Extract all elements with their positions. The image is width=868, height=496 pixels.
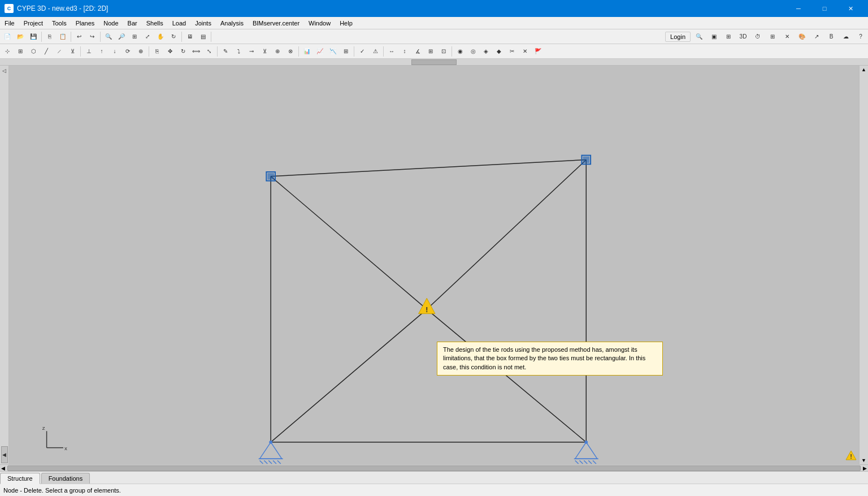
check1-btn[interactable]: ✓: [356, 45, 368, 58]
view1-button[interactable]: ▣: [708, 31, 720, 43]
view-config-button[interactable]: 🖥: [184, 31, 196, 43]
timer-button[interactable]: ⏱: [752, 31, 764, 43]
move-btn[interactable]: ✥: [164, 45, 176, 58]
close-button[interactable]: ✕: [837, 0, 863, 17]
menu-file[interactable]: File: [0, 17, 19, 29]
left-panel-btn[interactable]: ◀: [1, 446, 8, 463]
edit3-btn[interactable]: ⊸: [245, 45, 258, 58]
copy-button[interactable]: ⎘: [44, 31, 56, 43]
bar3-btn[interactable]: ⊻: [66, 45, 79, 58]
dim1-btn[interactable]: ↔: [385, 45, 398, 58]
render-button[interactable]: 🎨: [796, 31, 808, 43]
export-button[interactable]: ↗: [810, 31, 823, 43]
canvas-area[interactable]: !: [9, 66, 859, 464]
grid-button[interactable]: ⊞: [766, 31, 779, 43]
zoom-extents-button[interactable]: ⤢: [141, 31, 154, 43]
save-button[interactable]: 💾: [27, 31, 40, 43]
undo-button[interactable]: ↩: [73, 31, 85, 43]
layer2-btn[interactable]: ◎: [467, 45, 479, 58]
menu-shells[interactable]: Shells: [142, 17, 168, 29]
maximize-button[interactable]: □: [811, 0, 837, 17]
load2-btn[interactable]: ⟳: [121, 45, 134, 58]
collapse-arrow[interactable]: ◁: [1, 67, 7, 75]
node-btn[interactable]: ⬡: [27, 45, 40, 58]
load3-btn[interactable]: ⊕: [134, 45, 147, 58]
select-btn[interactable]: ⊹: [1, 45, 14, 58]
refresh-button[interactable]: ✕: [781, 31, 793, 43]
bar-diag1: [271, 176, 427, 309]
zoom-in-button[interactable]: 🔍: [102, 31, 115, 43]
3d-button[interactable]: 3D: [737, 31, 749, 43]
help2-button[interactable]: ?: [854, 31, 867, 43]
status-text: Node - Delete. Select a group of element…: [3, 487, 121, 494]
menu-bar[interactable]: Bar: [123, 17, 142, 29]
layer1-btn[interactable]: ◉: [454, 45, 466, 58]
edit4-btn[interactable]: ⊻: [258, 45, 271, 58]
edit2-btn[interactable]: ⤵: [232, 45, 245, 58]
login-button[interactable]: Login: [665, 32, 691, 42]
bottom-scrollbar[interactable]: ◀ ▶: [0, 464, 868, 471]
bar-btn[interactable]: ╱: [40, 45, 53, 58]
open-button[interactable]: 📂: [14, 31, 27, 43]
dim5-btn[interactable]: ⊡: [437, 45, 450, 58]
mirror-btn[interactable]: ⟺: [190, 45, 202, 58]
zoom-out-button[interactable]: 🔎: [115, 31, 128, 43]
cloud-button[interactable]: ☁: [840, 31, 852, 43]
menu-help[interactable]: Help: [335, 17, 357, 29]
check2-btn[interactable]: ⚠: [369, 45, 381, 58]
view-mode-button[interactable]: ▤: [197, 31, 209, 43]
layer3-btn[interactable]: ◈: [480, 45, 492, 58]
layer5-btn[interactable]: ✂: [506, 45, 518, 58]
top-scrollbar[interactable]: [0, 59, 868, 66]
search-button[interactable]: 🔍: [693, 31, 705, 43]
support-btn[interactable]: ⊥: [83, 45, 95, 58]
view2-button[interactable]: ⊞: [722, 31, 735, 43]
result1-btn[interactable]: 📊: [301, 45, 313, 58]
menu-load[interactable]: Load: [168, 17, 190, 29]
tab-foundations[interactable]: Foundations: [41, 473, 90, 484]
scroll-down-arrow[interactable]: ▼: [861, 458, 866, 463]
scroll-left-arrow[interactable]: ◀: [1, 465, 5, 471]
menu-project[interactable]: Project: [19, 17, 47, 29]
load-btn[interactable]: ↓: [108, 45, 121, 58]
rotate3-btn[interactable]: ↻: [177, 45, 189, 58]
menu-bimserver[interactable]: BIMserver.center: [248, 17, 304, 29]
menu-analysis[interactable]: Analysis: [216, 17, 248, 29]
dim4-btn[interactable]: ⊞: [424, 45, 437, 58]
select2-btn[interactable]: ⊞: [14, 45, 27, 58]
support2-btn[interactable]: ↑: [96, 45, 108, 58]
zoom-window-button[interactable]: ⊞: [128, 31, 141, 43]
edit5-btn[interactable]: ⊕: [271, 45, 284, 58]
new-button[interactable]: 📄: [1, 31, 14, 43]
bar2-btn[interactable]: ⟋: [53, 45, 66, 58]
bar-diag4: [427, 309, 586, 442]
paste-button[interactable]: 📋: [57, 31, 69, 43]
scroll-up-arrow[interactable]: ▲: [861, 67, 866, 72]
right-scrollbar[interactable]: ▲ ▼: [859, 66, 868, 464]
layer6-btn[interactable]: ✕: [519, 45, 531, 58]
tab-structure[interactable]: Structure: [0, 473, 40, 484]
edit6-btn[interactable]: ⊗: [284, 45, 297, 58]
copy2-btn[interactable]: ⎘: [151, 45, 163, 58]
layer4-btn[interactable]: ◆: [493, 45, 505, 58]
edit1-btn[interactable]: ✎: [219, 45, 232, 58]
menu-window[interactable]: Window: [304, 17, 335, 29]
minimize-button[interactable]: ─: [785, 0, 811, 17]
result4-btn[interactable]: ⊞: [340, 45, 352, 58]
result2-btn[interactable]: 📈: [314, 45, 326, 58]
result3-btn[interactable]: 📉: [327, 45, 339, 58]
canvas-warning-icon[interactable]: !: [845, 450, 857, 462]
menu-joints[interactable]: Joints: [190, 17, 216, 29]
redo-button[interactable]: ↪: [86, 31, 98, 43]
rotate-button[interactable]: ↻: [167, 31, 180, 43]
scroll-right-arrow[interactable]: ▶: [863, 465, 867, 471]
menu-node[interactable]: Node: [99, 17, 123, 29]
menu-planes[interactable]: Planes: [71, 17, 99, 29]
scale-btn[interactable]: ⤡: [203, 45, 215, 58]
layer7-btn[interactable]: 🚩: [532, 45, 544, 58]
dim2-btn[interactable]: ↕: [398, 45, 411, 58]
dim3-btn[interactable]: ∡: [411, 45, 424, 58]
bim-button[interactable]: B: [825, 31, 837, 43]
pan-button[interactable]: ✋: [154, 31, 167, 43]
menu-tools[interactable]: Tools: [47, 17, 71, 29]
